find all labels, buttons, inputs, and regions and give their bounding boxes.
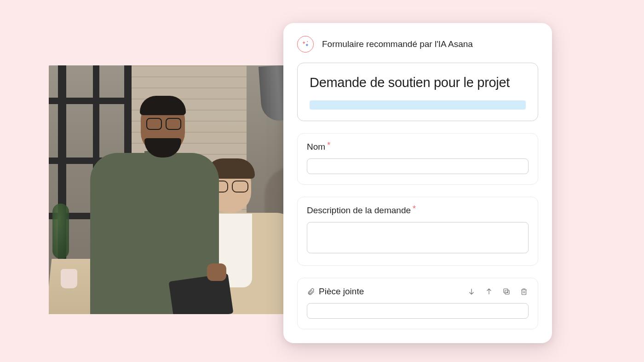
description-field-block: Description de la demande * — [297, 197, 538, 266]
description-input[interactable] — [307, 222, 529, 253]
form-description-placeholder — [310, 100, 526, 110]
arrow-down-icon[interactable] — [467, 287, 476, 296]
description-field-label: Description de la demande * — [307, 205, 529, 216]
form-title: Demande de soutien pour le projet — [310, 75, 526, 90]
duplicate-icon[interactable] — [502, 287, 511, 296]
card-header: Formulaire recommandé par l'IA Asana — [297, 36, 538, 53]
required-indicator: * — [413, 204, 416, 213]
card-header-title: Formulaire recommandé par l'IA Asana — [322, 39, 473, 49]
name-field-label: Nom * — [307, 142, 529, 152]
trash-icon[interactable] — [519, 287, 529, 296]
field-action-row — [467, 287, 529, 296]
svg-point-0 — [307, 41, 308, 42]
name-field-block: Nom * — [297, 133, 538, 185]
attachment-field-block: Pièce jointe — [297, 278, 538, 329]
paperclip-icon — [307, 287, 315, 296]
ai-sparkle-icon — [297, 36, 314, 53]
attachment-label: Pièce jointe — [319, 286, 364, 297]
attachment-input[interactable] — [307, 303, 529, 319]
description-label-text: Description de la demande — [307, 205, 411, 216]
ai-form-card: Formulaire recommandé par l'IA Asana Dem… — [283, 23, 552, 343]
required-indicator: * — [327, 141, 330, 149]
arrow-up-icon[interactable] — [484, 287, 494, 296]
hero-photo — [49, 65, 311, 314]
form-title-block[interactable]: Demande de soutien pour le projet — [297, 63, 538, 121]
name-input[interactable] — [307, 158, 529, 174]
name-label-text: Nom — [307, 142, 325, 152]
